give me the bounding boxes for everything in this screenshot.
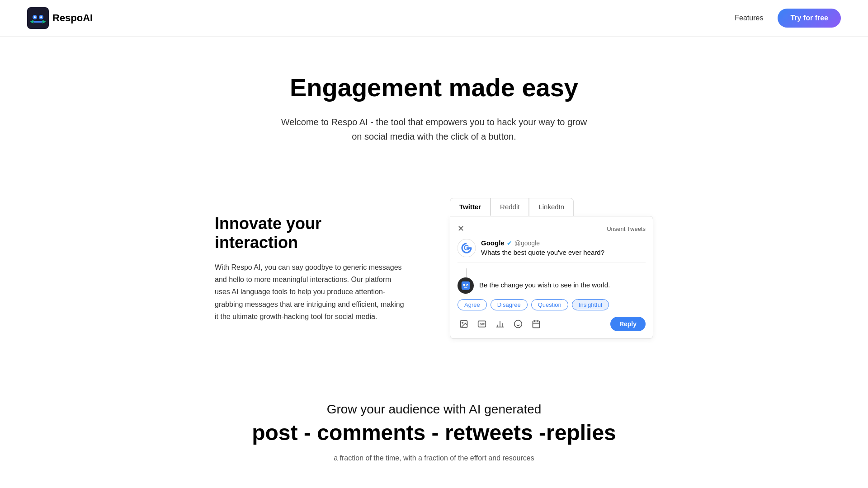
- svg-point-22: [514, 320, 522, 328]
- innovate-body: With Respo AI, you can say goodbye to ge…: [215, 261, 405, 323]
- svg-rect-0: [27, 7, 49, 29]
- platform-tabs: Twitter Reddit LinkedIn: [450, 198, 653, 216]
- tab-linkedin[interactable]: LinkedIn: [529, 198, 574, 216]
- svg-point-3: [34, 16, 36, 18]
- svg-rect-8: [462, 282, 470, 290]
- google-avatar: G: [458, 239, 476, 257]
- innovate-section: Innovate your interaction With Respo AI,…: [118, 162, 750, 375]
- bottom-title: post - comments - retweets -replies: [9, 420, 859, 445]
- tweet-actions: GIF: [458, 317, 646, 331]
- hero-headline: Engagement made easy: [9, 73, 859, 102]
- chart-icon[interactable]: [494, 318, 506, 330]
- gif-icon[interactable]: GIF: [476, 318, 488, 330]
- svg-rect-25: [533, 321, 540, 328]
- logo-icon: [27, 7, 49, 29]
- svg-text:GIF: GIF: [480, 323, 485, 326]
- close-icon[interactable]: ✕: [458, 224, 464, 234]
- reply-avatar: [458, 277, 474, 294]
- tweet-header: ✕ Unsent Tweets: [458, 224, 646, 234]
- reply-button[interactable]: Reply: [610, 317, 646, 331]
- features-link[interactable]: Features: [735, 14, 763, 22]
- svg-text:G: G: [464, 244, 469, 252]
- tone-agree[interactable]: Agree: [458, 299, 487, 310]
- svg-rect-13: [464, 287, 467, 288]
- nav-right: Features Try for free: [735, 9, 841, 28]
- unsent-tweets-label[interactable]: Unsent Tweets: [607, 225, 646, 232]
- tweet-text: Whats the best quote you've ever heard?: [481, 249, 604, 256]
- thread-line: [466, 268, 467, 277]
- verified-icon: ✔: [507, 239, 512, 247]
- svg-point-12: [467, 285, 468, 286]
- svg-rect-5: [33, 21, 42, 23]
- emoji-icon[interactable]: [512, 318, 524, 330]
- calendar-icon[interactable]: [530, 318, 542, 330]
- tone-tags: Agree Disagree Question Insightful: [458, 299, 646, 310]
- author-name: Google: [481, 239, 505, 247]
- logo[interactable]: RespoAI: [27, 7, 93, 29]
- innovate-text-block: Innovate your interaction With Respo AI,…: [215, 214, 405, 323]
- svg-point-11: [463, 285, 464, 286]
- reply-text: Be the change you wish to see in the wor…: [479, 277, 610, 294]
- bottom-cta-section: Grow your audience with AI generated pos…: [0, 375, 868, 480]
- hero-description: Welcome to Respo AI - the tool that empo…: [280, 115, 588, 144]
- tone-question[interactable]: Question: [531, 299, 568, 310]
- bottom-description: a fraction of the time, with a fraction …: [9, 454, 859, 462]
- twitter-card-wrapper: Twitter Reddit LinkedIn ✕ Unsent Tweets: [450, 198, 653, 339]
- svg-point-4: [40, 16, 42, 18]
- navbar: RespoAI Features Try for free: [0, 0, 868, 37]
- hero-section: Engagement made easy Welcome to Respo AI…: [0, 37, 868, 162]
- action-icons: GIF: [458, 318, 542, 330]
- svg-point-15: [462, 322, 463, 324]
- tweet-author: Google ✔ @google: [481, 239, 604, 247]
- innovate-heading: Innovate your interaction: [215, 214, 405, 252]
- author-handle: @google: [514, 239, 540, 247]
- tab-reddit[interactable]: Reddit: [491, 198, 529, 216]
- tone-insightful[interactable]: Insightful: [572, 299, 609, 310]
- tab-twitter[interactable]: Twitter: [450, 198, 491, 216]
- tweet-content: Google ✔ @google Whats the best quote yo…: [481, 239, 604, 257]
- logo-text: RespoAI: [52, 12, 93, 24]
- tweet-card: ✕ Unsent Tweets G: [450, 216, 653, 339]
- try-free-button[interactable]: Try for free: [778, 9, 841, 28]
- tone-disagree[interactable]: Disagree: [491, 299, 528, 310]
- original-tweet: G Google ✔ @google Whats the best quote …: [458, 239, 646, 263]
- bottom-subtitle: Grow your audience with AI generated: [9, 402, 859, 417]
- reply-area: Be the change you wish to see in the wor…: [458, 277, 646, 294]
- image-icon[interactable]: [458, 318, 470, 330]
